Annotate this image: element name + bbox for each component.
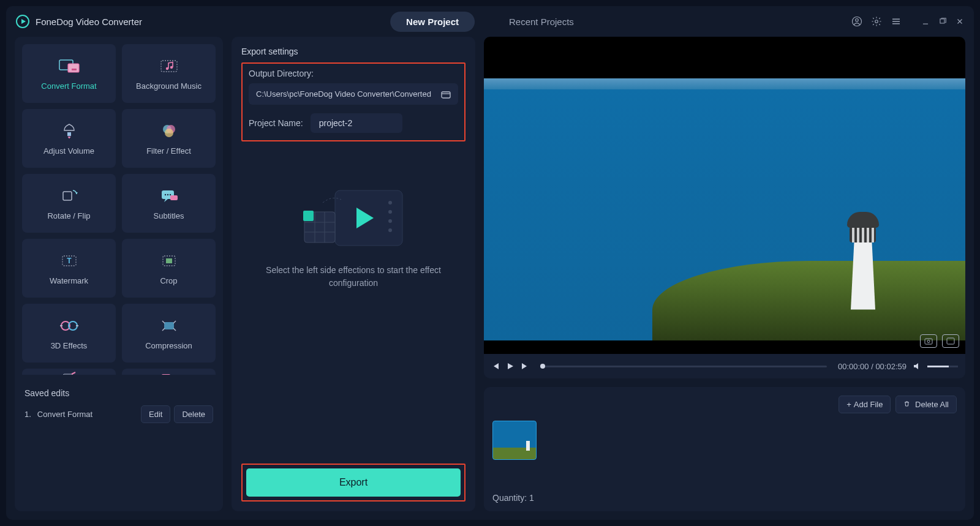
titlebar: FoneDog Video Converter New Project Rece… (6, 6, 974, 37)
project-name-input[interactable]: project-2 (311, 113, 402, 133)
svg-rect-10 (67, 132, 71, 136)
card-background-music[interactable]: Background Music (122, 44, 216, 103)
card-label: Background Music (136, 81, 202, 91)
svg-point-35 (388, 228, 392, 232)
seek-slider[interactable] (540, 366, 827, 367)
svg-point-1 (856, 19, 859, 22)
svg-rect-23 (166, 258, 172, 263)
card-label: Rotate / Flip (47, 211, 90, 220)
trash-icon (903, 400, 913, 409)
svg-rect-14 (63, 192, 72, 200)
card-filter-effect[interactable]: Filter / Effect (122, 109, 216, 168)
top-tabs: New Project Recent Projects (390, 12, 590, 32)
card-label: Compression (145, 341, 192, 350)
svg-rect-30 (442, 92, 450, 98)
delete-saved-button[interactable]: Delete (174, 405, 213, 423)
skip-back-icon[interactable] (491, 362, 500, 370)
settings-icon[interactable] (871, 16, 882, 27)
player-controls: 00:00:00 / 00:02:59 (484, 354, 965, 378)
svg-point-17 (167, 193, 168, 195)
center-illustration: Select the left side effections to start… (241, 184, 466, 290)
partial-icon-1 (56, 369, 82, 375)
svg-rect-7 (161, 61, 177, 72)
logo-icon (16, 15, 29, 28)
svg-point-32 (388, 201, 392, 205)
card-adjust-volume[interactable]: Adjust Volume (22, 109, 116, 168)
preview-panel: 00:00:00 / 00:02:59 (484, 37, 965, 378)
card-label: Filter / Effect (146, 146, 191, 156)
edit-saved-button[interactable]: Edit (141, 405, 170, 423)
volume-slider[interactable] (927, 366, 958, 367)
svg-point-13 (165, 129, 173, 137)
effects-sidebar: Convert Format Background Music Adjust V… (15, 37, 223, 511)
svg-rect-42 (925, 339, 932, 344)
delete-all-button[interactable]: Delete All (895, 396, 957, 413)
card-rotate-flip[interactable]: Rotate / Flip (22, 174, 116, 233)
project-name-label: Project Name: (249, 118, 303, 128)
export-highlight: Export (241, 464, 466, 502)
close-icon[interactable] (956, 17, 964, 26)
card-3d-effects[interactable]: 3D Effects (22, 304, 116, 363)
saved-edits-title: Saved edits (24, 388, 213, 398)
card-label: 3D Effects (51, 341, 88, 350)
account-icon[interactable] (851, 16, 862, 27)
play-icon[interactable] (506, 362, 514, 370)
snapshot-icon[interactable] (920, 334, 937, 348)
convert-format-icon (56, 57, 82, 75)
output-dir-field[interactable]: C:\Users\pc\FoneDog Video Converter\Conv… (249, 83, 458, 105)
saved-edits: Saved edits 1. Convert Format Edit Delet… (22, 385, 216, 427)
card-crop[interactable]: Crop (122, 239, 216, 298)
svg-rect-28 (162, 374, 170, 375)
svg-point-18 (169, 193, 170, 195)
crop-icon (156, 252, 182, 270)
app-title: FoneDog Video Converter (36, 17, 142, 27)
time-display: 00:00:00 / 00:02:59 (838, 362, 907, 371)
output-dir-label: Output Directory: (249, 69, 458, 78)
queue-panel: +Add File Delete All Quantity: 1 (484, 387, 965, 511)
svg-rect-19 (170, 195, 178, 200)
svg-rect-5 (68, 64, 79, 72)
card-subtitles[interactable]: Subtitles (122, 174, 216, 233)
maximize-icon[interactable] (938, 17, 947, 26)
subtitles-icon (156, 187, 182, 205)
window-controls (851, 16, 964, 27)
add-file-button[interactable]: +Add File (839, 396, 891, 413)
background-music-icon (156, 57, 182, 75)
card-watermark[interactable]: T Watermark (22, 239, 116, 298)
card-partial-2[interactable] (122, 369, 216, 375)
card-label: Convert Format (41, 81, 96, 91)
svg-point-34 (388, 219, 392, 223)
svg-rect-27 (63, 374, 73, 375)
minimize-icon[interactable] (921, 17, 930, 26)
svg-point-16 (164, 193, 165, 195)
saved-item-row: 1. Convert Format Edit Delete (24, 405, 213, 423)
adjust-volume-icon (56, 122, 82, 140)
partial-icon-2 (156, 369, 182, 375)
3d-effects-icon (56, 317, 82, 335)
svg-rect-44 (947, 338, 954, 344)
export-settings-title: Export settings (241, 47, 466, 56)
skip-forward-icon[interactable] (521, 362, 529, 370)
browse-folder-icon[interactable] (441, 90, 451, 99)
svg-point-33 (388, 210, 392, 214)
card-compression[interactable]: Compression (122, 304, 216, 363)
tab-recent-projects[interactable]: Recent Projects (493, 12, 590, 32)
card-partial-1[interactable] (22, 369, 116, 375)
volume-icon[interactable] (913, 362, 921, 370)
preview-image (484, 78, 965, 340)
export-button[interactable]: Export (246, 468, 461, 497)
rotate-flip-icon (56, 187, 82, 205)
card-label: Subtitles (154, 211, 184, 220)
card-label: Watermark (50, 276, 88, 285)
svg-text:T: T (67, 257, 72, 265)
logo-area: FoneDog Video Converter (16, 15, 142, 28)
card-label: Adjust Volume (43, 146, 94, 156)
card-label: Crop (160, 276, 177, 285)
tab-new-project[interactable]: New Project (390, 12, 475, 32)
saved-item-index: 1. (24, 410, 31, 419)
card-convert-format[interactable]: Convert Format (22, 44, 116, 103)
queue-thumbnail[interactable] (492, 421, 537, 460)
fullscreen-icon[interactable] (942, 334, 959, 348)
menu-icon[interactable] (891, 16, 902, 27)
video-preview[interactable] (484, 37, 965, 354)
